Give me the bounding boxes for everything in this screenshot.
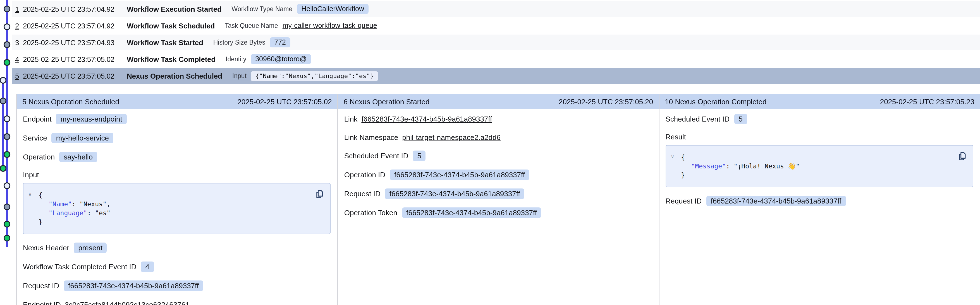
event-node-hollow [4,24,10,30]
panel-timestamp: 2025-02-25 UTC 23:57:05.23 [880,97,974,106]
json-lines: {"Name": "Nexus","Language": "es"} [38,191,306,226]
copy-icon[interactable] [957,151,967,161]
event-id-link[interactable]: 5 [15,72,23,80]
json-line: "Message": "¡Hola! Nexus 👋" [681,162,948,171]
workflow-history-view: 1 2025-02-25 UTC 23:57:04.92 Workflow Ex… [0,0,980,305]
field-value-link[interactable]: phil-target-namespace2.a2dd6 [402,133,501,141]
panel-body: Linkf665283f-743e-4374-b45b-9a61a89337ff… [338,109,659,218]
event-node-hollow [4,116,10,122]
json-text: : "es" [88,209,111,217]
panel-title: 6 Nexus Operation Started [344,97,430,106]
event-node-green [4,60,10,65]
collapse-chevron-icon[interactable]: ∨ [29,191,32,198]
event-attr-label: Task Queue Name [225,22,278,29]
detail-field: Input ∨ {"Name": "Nexus","Language": "es… [23,171,331,234]
json-text: : "Nexus", [72,200,111,208]
json-text: } [681,171,685,179]
event-timestamp: 2025-02-25 UTC 23:57:04.92 [23,22,127,30]
field-label: Endpoint [23,115,52,123]
field-label: Workflow Task Completed Event ID [23,262,137,271]
event-id-link[interactable]: 4 [15,55,23,63]
field-label: Request ID [344,190,380,198]
field-value-link[interactable]: 3c0c75ccfa8144b092c13ce632463761 [65,300,189,305]
event-rows: 1 2025-02-25 UTC 23:57:04.92 Workflow Ex… [12,0,980,85]
event-attr-label: Workflow Type Name [232,6,293,12]
panel-timestamp: 2025-02-25 UTC 23:57:05.02 [237,97,332,106]
json-text: } [38,218,43,226]
event-row[interactable]: 5 2025-02-25 UTC 23:57:05.02 Nexus Opera… [12,68,980,84]
detail-field: Request IDf665283f-743e-4374-b45b-9a61a8… [23,280,331,291]
event-attr-value: {"Name":"Nexus","Language":"es"} [251,71,378,81]
panel-title: 10 Nexus Operation Completed [665,97,767,106]
json-key: "Message" [691,162,726,170]
detail-field: Operationsay-hello [23,152,331,162]
field-value-badge: 4 [141,261,154,272]
field-value-badge: f665283f-743e-4374-b45b-9a61a89337ff [64,280,203,291]
event-node-gray [4,42,10,48]
json-line: } [38,218,306,226]
event-timestamp: 2025-02-25 UTC 23:57:04.93 [23,38,127,47]
field-label: Scheduled Event ID [344,152,409,160]
detail-field: Scheduled Event ID5 [344,150,652,161]
field-value-badge: my-nexus-endpoint [56,114,127,124]
event-detail-panel: 10 Nexus Operation Completed 2025-02-25 … [659,94,980,305]
event-row[interactable]: 4 2025-02-25 UTC 23:57:05.02 Workflow Ta… [12,51,980,67]
detail-field: Endpoint ID3c0c75ccfa8144b092c13ce632463… [23,299,331,305]
detail-field: Linkf665283f-743e-4374-b45b-9a61a89337ff [344,114,652,124]
event-name: Nexus Operation Scheduled [127,72,222,80]
event-row[interactable]: 1 2025-02-25 UTC 23:57:04.92 Workflow Ex… [12,1,980,17]
field-value-badge: f665283f-743e-4374-b45b-9a61a89337ff [706,196,846,206]
detail-field: Request IDf665283f-743e-4374-b45b-9a61a8… [665,196,973,206]
json-line: { [681,153,948,162]
field-label: Result [665,133,973,141]
field-value-badge: say-hello [59,152,97,162]
json-key: "Language" [49,209,88,217]
event-row[interactable]: 2 2025-02-25 UTC 23:57:04.92 Workflow Ta… [12,18,980,33]
event-id-link[interactable]: 2 [15,22,23,30]
field-label: Operation Token [344,209,397,217]
event-detail-panels: 5 Nexus Operation Scheduled 2025-02-25 U… [16,94,980,305]
event-attr-label: History Size Bytes [213,39,266,46]
panel-body: Endpointmy-nexus-endpointServicemy-hello… [17,109,337,305]
event-node-green [0,166,6,171]
event-attr-label: Identity [226,56,246,62]
detail-field: Servicemy-hello-service [23,133,331,143]
field-label: Operation [23,153,55,161]
event-attr-value: HelloCallerWorkflow [297,4,369,14]
panel-header: 10 Nexus Operation Completed 2025-02-25 … [659,94,980,109]
panel-title: 5 Nexus Operation Scheduled [22,97,119,106]
detail-field: Link Namespacephil-target-namespace2.a2d… [344,132,652,142]
panel-header: 5 Nexus Operation Scheduled 2025-02-25 U… [17,94,337,109]
json-text: : "¡Hola! Nexus 👋" [726,162,800,170]
json-line: "Name": "Nexus", [38,200,306,209]
detail-field: Endpointmy-nexus-endpoint [23,114,331,124]
field-value-badge: f665283f-743e-4374-b45b-9a61a89337ff [402,207,541,218]
event-graph [0,0,13,305]
field-label: Request ID [23,281,59,290]
field-value-badge: 5 [734,114,747,124]
json-line: } [681,171,948,180]
event-id-link[interactable]: 1 [15,5,23,13]
field-value-badge: my-hello-service [52,133,113,143]
detail-field: Request IDf665283f-743e-4374-b45b-9a61a8… [344,188,652,199]
event-node-green [4,152,10,158]
json-line: { [38,191,306,200]
field-label: Operation ID [344,171,385,179]
event-row[interactable]: 3 2025-02-25 UTC 23:57:04.93 Workflow Ta… [12,35,980,50]
copy-icon[interactable] [315,189,325,199]
event-id-link[interactable]: 3 [15,38,23,47]
detail-field: Nexus Headerpresent [23,243,331,253]
field-value-link[interactable]: f665283f-743e-4374-b45b-9a61a89337ff [361,115,492,123]
event-node-gray [4,6,10,12]
collapse-chevron-icon[interactable]: ∨ [671,153,674,160]
panel-timestamp: 2025-02-25 UTC 23:57:05.20 [559,97,653,106]
event-node-green [4,221,10,227]
json-code-block: ∨ {"Name": "Nexus","Language": "es"} [23,183,331,234]
field-value-badge: f665283f-743e-4374-b45b-9a61a89337ff [390,169,529,180]
event-attr-value: 30960@totoro@ [251,54,311,64]
detail-field: Operation IDf665283f-743e-4374-b45b-9a61… [344,169,652,180]
event-node-green [4,235,10,241]
event-attr-link[interactable]: my-caller-workflow-task-queue [283,22,377,30]
json-text: { [38,191,43,199]
panel-header: 6 Nexus Operation Started 2025-02-25 UTC… [338,94,659,109]
